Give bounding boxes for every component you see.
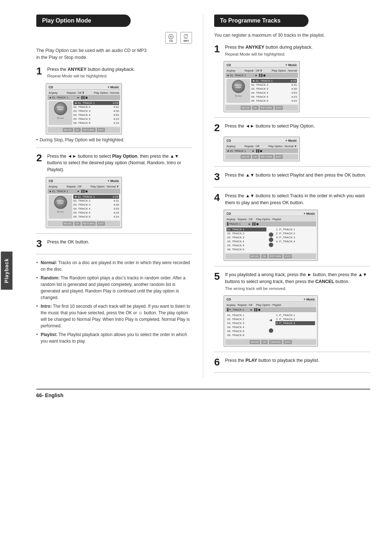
svg-point-5 [185,37,186,38]
rs4-topbar: CD + Music [225,297,316,302]
pl-t2: 02. TRACK 2 [226,231,266,235]
rnav3-exit: EXIT [284,254,292,258]
right-divider1 [214,117,370,118]
left-step2-content: Press the ◄► buttons to select Play Opti… [47,153,192,173]
s2-anykey: Anykey [49,185,58,188]
right-screen1-current: ◄ 01. TRACK 1 ► ▐▐ ◼ [225,73,298,78]
footer-text: 66- English [36,392,64,398]
left-screen1-disc: DIGITALAUDIO ⓐ intro [49,101,72,125]
right-screen1-bar: Anykey Repeat : Off ⬆ Play Option : Norm… [225,68,298,73]
right-step6: 6 Press the PLAY button to playback the … [214,357,370,367]
left-screen1-tracks: ◄ 01. TRACK 14:29 02. TRACK 24:31 03. TR… [73,101,119,125]
track-row-2: 02. TRACK 24:31 [73,105,119,109]
rs1-playopt: Play Option : Normal [272,69,297,72]
pl4-t5: 05. TRACK 5 [226,329,266,333]
pl4-t1: 01. TRACK 1 [226,313,266,317]
right-step6-content: Press the PLAY button to playback the pl… [225,357,370,364]
right-column: To Programme Tracks You can register a m… [203,15,370,378]
rs3-inner: 01. TRACK 1 02. TRACK 2 03. TRACK 3 04. … [225,226,316,253]
nav-ok: OK [74,128,81,132]
bullet-list: Normal: Tracks on a disc are played in t… [36,259,192,344]
right-divider3 [214,187,370,187]
track-row-6: 06. TRACK 64:24 [73,121,119,125]
rs3-left-tracks: 01. TRACK 1 02. TRACK 2 03. TRACK 3 04. … [226,227,266,251]
left-screen2-inner: DIGITALAUDIO ⓐ intro ◄ 01. TRACK 14:29 0… [48,194,120,220]
rs3-right-tracks: 1. P_TRACK 1 2. P_TRACK 2 3. P_TRACK 3 4… [275,227,315,251]
rs2-repeat: Repeat : Off [245,145,259,148]
right-screen1-topbar: CD + Music [225,63,298,68]
left-screen2: CD + Music Anykey Repeat : Off Play Opti… [46,177,122,228]
rnav1-return: RETURN [260,106,273,110]
left-section-header: Play Option Mode [36,15,131,27]
right-divider5 [214,352,370,352]
rs4-arrow: ◄⬤ [268,313,274,337]
left-screen2-disc: DIGITALAUDIO ⓐ intro [49,195,72,219]
left-step3: 3 Press the OK button. [36,239,192,249]
left-screen1-current: ◄ 01. TRACK 1 ► ▐▐ ◼ [48,96,120,100]
rdisc1: DIGITALAUDIO [232,80,245,93]
track-row-3: 03. TRACK 34:30 [73,109,119,113]
nav-return: RETURN [82,128,95,132]
track2-row-4: 04. TRACK 43:53 [73,207,119,211]
left-screen2-current: ◄ 01. TRACK 1 ► ▐▐ ◼ [48,189,120,194]
nav-move: MOVE [63,128,73,132]
pl-t6: 06. TRACK 6 [226,247,266,251]
rs2-music: + Music [286,139,297,142]
nav2-ok: OK [74,222,81,226]
rs1-anykey: Anykey [226,69,236,72]
cd-icon: CD [165,32,177,44]
right-step4: 4 Press the ▲▼ buttons to select Tracks … [214,193,370,206]
right-step1-sub: Repeat Mode will be highlighted. [225,51,370,57]
s2-repeat: Repeat : Off [67,185,81,188]
right-screen1-tracks: ◄ 01. TRACK 14:29 02. TRACK 24:31 03. TR… [251,79,297,103]
rnav2-ok: OK [252,155,258,159]
right-section-header: To Programme Tracks [214,15,309,27]
pl-p2: 2. P_TRACK 2 [275,231,315,235]
bullet-playlist: Playlist: The Playlist playback option a… [36,331,192,344]
s2-playopt: Play Option : Normal ▼ [90,185,119,188]
footer: 66- English [36,389,370,398]
track2-row-3: 03. TRACK 34:30 [73,203,119,207]
left-step3-num: 3 [36,239,44,249]
pl4-t2: 02. TRACK 2 [226,317,266,321]
stop-note: During Stop, Play Option will be highlig… [36,137,192,142]
rs3-topbar: CD + Music [225,211,316,216]
left-step1-content: Press the ANYKEY button during playback.… [47,66,192,80]
media-icons: CD MP3 [36,32,192,44]
track2-row-5: 05. TRACK 54:23 [73,211,119,215]
rs3-cd: CD [226,212,231,215]
rtrack1-1: ◄ 01. TRACK 14:29 [251,79,297,83]
stop-note-text: During Stop, Play Option will be highlig… [40,137,124,142]
rs4-bar: Anykey Repeat : Off Play Option : Playli… [225,303,316,308]
rnav1-exit: EXIT [275,106,283,110]
rs2-cd: CD [226,139,231,142]
disc-subtitle: ⓐ intro [57,117,64,120]
pl4-t6: 06. TRACK 6 [226,333,266,337]
nav2-move: MOVE [63,222,73,226]
rs2-topbar: CD + Music [225,138,298,143]
screen1-playopt: Play Option : Normal [94,91,119,94]
rnav3-ok: OK [261,254,268,258]
right-step2: 2 Press the ◄► buttons to select Play Op… [214,123,370,133]
left-screen1-inner: DIGITALAUDIO ⓐ intro ◄ 01. TRACK 14:29 0… [48,100,120,126]
rdisc1-sub: ⓐ intro [235,94,242,98]
right-step2-content: Press the ◄► buttons to select Play Opti… [225,123,370,130]
rtrack1-6: 06. TRACK 64:24 [251,99,297,103]
left-screen2-tracks: ◄ 01. TRACK 14:29 02. TRACK 24:31 03. TR… [73,195,119,219]
right-step4-num: 4 [214,193,222,203]
rs4-left-tracks: 01. TRACK 1 02. TRACK 2 03. TRACK 3 04. … [226,313,266,337]
pl4-p3: 3. P_TRACK 3 [275,321,315,325]
left-step1-num: 1 [36,66,44,76]
track2-row-1: ◄ 01. TRACK 14:29 [73,195,119,199]
rnav3-move: MOVE [250,254,260,258]
nav-exit: EXIT [97,128,105,132]
right-step5-content: If you playlisted a wrong track, press t… [225,271,370,292]
left-step1: 1 Press the ANYKEY button during playbac… [36,66,192,80]
rs3-current: ▐ TRACK 1 ► ▐▐ ◼ [225,222,316,226]
nav2-exit: EXIT [97,222,105,226]
rs2-playopt: Play Option : Normal ▼ [268,145,297,148]
rs3-arrow: ⬤⬤⬤ [268,227,274,251]
track-row-4: 04. TRACK 43:53 [73,113,119,117]
right-step5: 5 If you playlisted a wrong track, press… [214,271,370,292]
screen2-music: + Music [108,179,119,183]
